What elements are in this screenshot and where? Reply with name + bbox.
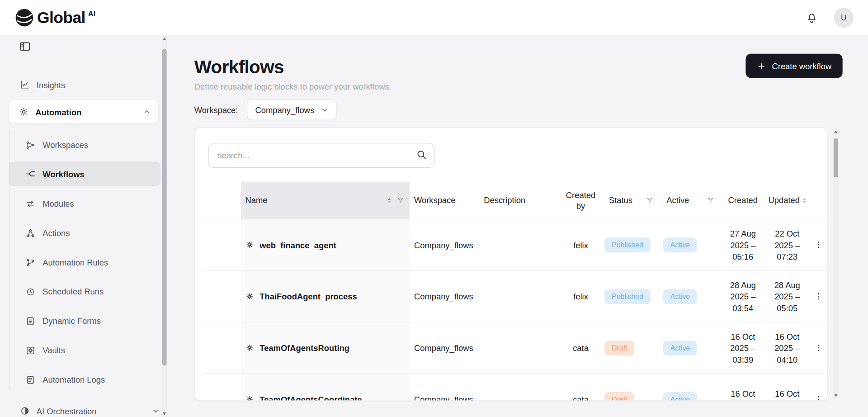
- workspace-dropdown[interactable]: Company_flows: [247, 99, 336, 120]
- app-root: Global AI U Insights: [0, 0, 868, 417]
- sidebar-item-label: Workflows: [42, 169, 85, 179]
- scroll-down-arrow[interactable]: [833, 392, 839, 399]
- search-bar: [208, 143, 434, 168]
- workflows-card: Name Workspace Description Created by: [194, 128, 828, 401]
- sidebar-item-automation[interactable]: Automation: [9, 100, 159, 123]
- sidebar-item-automation-rules[interactable]: Automation Rules: [0, 247, 167, 277]
- scroll-down-arrow[interactable]: [162, 410, 167, 417]
- sidebar-item-label: Automation: [35, 107, 81, 117]
- active-badge: Active: [663, 392, 697, 401]
- column-label: Active: [666, 195, 689, 205]
- tree-guide-line: [9, 130, 9, 390]
- workspace-cell: Company_flows: [410, 292, 479, 301]
- column-header-created-by[interactable]: Created by: [559, 182, 603, 219]
- sidebar-item-label: Modules: [42, 199, 74, 208]
- notifications-bell-icon[interactable]: [806, 11, 818, 24]
- workflow-node-icon: [245, 240, 254, 249]
- created-by-cell: felix: [559, 292, 603, 301]
- filter-icon[interactable]: [646, 197, 653, 204]
- table-row[interactable]: ThaiFoodAgent_process Company_flows feli…: [204, 271, 828, 322]
- create-workflow-button[interactable]: Create workflow: [746, 54, 843, 78]
- row-menu-kebab-icon[interactable]: [809, 292, 827, 301]
- sidebar-item-dynamic-forms[interactable]: Dynamic Forms: [0, 306, 167, 336]
- sidebar: Insights Automation: [0, 35, 167, 417]
- created-by-cell: cata: [559, 394, 603, 401]
- workflow-name-cell[interactable]: TeamOfAgentsRouting: [241, 322, 410, 374]
- filter-icon[interactable]: [397, 197, 404, 204]
- column-header-active[interactable]: Active: [660, 182, 721, 219]
- column-label: Updated: [769, 195, 800, 205]
- rules-branch-icon: [25, 257, 35, 267]
- workflow-name-cell[interactable]: web_finance_agent: [241, 219, 410, 270]
- sidebar-item-modules[interactable]: Modules: [0, 189, 167, 218]
- insights-chart-icon: [20, 80, 30, 90]
- table-row[interactable]: TeamOfAgentsRouting Company_flows cata D…: [204, 322, 828, 374]
- table-scrollbar[interactable]: [833, 128, 839, 399]
- workflow-name: TeamOfAgentsCoordinate: [259, 394, 362, 401]
- scroll-up-arrow[interactable]: [833, 128, 839, 135]
- column-header-created[interactable]: Created: [721, 182, 765, 219]
- workflow-name-cell[interactable]: ThaiFoodAgent_process: [241, 271, 410, 322]
- plus-icon: [757, 61, 766, 71]
- sidebar-item-actions[interactable]: Actions: [0, 218, 167, 247]
- scrollbar-thumb[interactable]: [162, 49, 167, 365]
- sidebar-item-workflows[interactable]: Workflows: [9, 162, 161, 186]
- status-badge: Draft: [604, 340, 634, 355]
- active-cell: Active: [660, 289, 721, 304]
- workspace-cell: Company_flows: [410, 240, 479, 250]
- active-badge: Active: [663, 340, 697, 355]
- sidebar-collapse-button[interactable]: [19, 40, 31, 52]
- column-header-menu: [809, 182, 827, 219]
- logo-superscript: AI: [88, 9, 95, 17]
- scrollbar-thumb[interactable]: [834, 138, 838, 177]
- created-cell: 28 Aug 2025 – 03:54: [721, 279, 765, 314]
- active-cell: Active: [660, 340, 721, 355]
- workspace-selector-row: Workspace: Company_flows: [194, 99, 868, 120]
- search-input[interactable]: [208, 143, 434, 168]
- column-header-description[interactable]: Description: [479, 182, 559, 219]
- app-logo[interactable]: Global AI: [14, 8, 95, 28]
- column-header-workspace[interactable]: Workspace: [410, 182, 479, 219]
- user-avatar[interactable]: U: [834, 8, 854, 28]
- status-badge: Published: [604, 237, 651, 252]
- table-header-row: Name Workspace Description Created by: [204, 182, 828, 219]
- search-icon[interactable]: [416, 149, 428, 161]
- workflow-name: ThaiFoodAgent_process: [259, 292, 357, 301]
- sidebar-scrollbar[interactable]: [162, 35, 167, 417]
- workspace-cell: Company_flows: [410, 343, 479, 353]
- sidebar-item-scheduled-runs[interactable]: Scheduled Runs: [0, 277, 167, 306]
- form-document-icon: [25, 316, 35, 326]
- column-header-name[interactable]: Name: [241, 182, 410, 219]
- table-row[interactable]: web_finance_agent Company_flows felix Pu…: [204, 219, 828, 271]
- sort-icon[interactable]: [385, 196, 393, 204]
- sidebar-item-workspaces[interactable]: Workspaces: [0, 130, 167, 160]
- scroll-up-arrow[interactable]: [162, 35, 167, 42]
- table-row[interactable]: TeamOfAgentsCoordinate Company_flows cat…: [204, 374, 828, 401]
- workflow-name-cell[interactable]: TeamOfAgentsCoordinate: [241, 374, 410, 401]
- row-menu-kebab-icon[interactable]: [809, 240, 827, 249]
- workspace-label: Workspace:: [194, 105, 238, 114]
- workspaces-nodes-icon: [25, 140, 35, 150]
- column-header-status[interactable]: Status: [602, 182, 660, 219]
- modules-shuffle-icon: [25, 199, 35, 208]
- sidebar-item-label: AI Orchestration: [37, 406, 97, 416]
- sidebar-item-label: Automation Logs: [42, 375, 105, 384]
- column-label: Workspace: [414, 195, 456, 205]
- created-cell: 16 Oct 2025 –: [721, 388, 765, 401]
- row-menu-kebab-icon[interactable]: [809, 395, 827, 401]
- sidebar-item-ai-orchestration[interactable]: AI Orchestration: [0, 399, 167, 417]
- filter-icon[interactable]: [707, 197, 714, 204]
- sidebar-item-automation-logs[interactable]: Automation Logs: [0, 365, 167, 394]
- created-cell: 16 Oct 2025 – 03:39: [721, 330, 765, 365]
- workflow-node-icon: [245, 292, 254, 301]
- page-subtitle: Define reusable logic blocks to power yo…: [194, 82, 868, 91]
- workflow-name: TeamOfAgentsRouting: [259, 343, 349, 353]
- updated-cell: 28 Aug 2025 – 05:05: [765, 279, 809, 314]
- sidebar-nav: Insights Automation: [0, 72, 167, 417]
- sidebar-item-insights[interactable]: Insights: [0, 72, 167, 97]
- row-menu-kebab-icon[interactable]: [809, 343, 827, 352]
- logo-text: Global: [37, 8, 85, 28]
- sidebar-item-vaults[interactable]: Vaults: [0, 336, 167, 365]
- sort-icon[interactable]: [801, 196, 808, 204]
- column-header-updated[interactable]: Updated: [765, 182, 809, 219]
